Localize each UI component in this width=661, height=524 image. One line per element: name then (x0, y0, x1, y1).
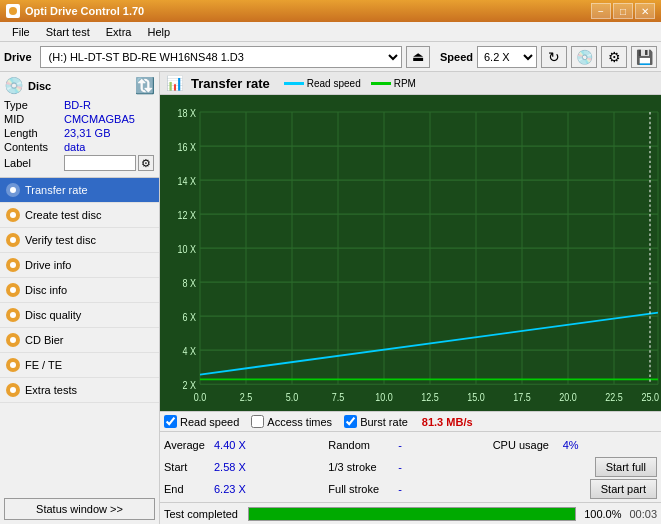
nav-icon-verify-test (6, 233, 20, 247)
disc-section: 💿 Disc 🔃 Type BD-R MID CMCMAGBA5 Length … (0, 72, 159, 178)
nav-disc-quality[interactable]: Disc quality (0, 303, 159, 328)
nav-icon-transfer-rate (6, 183, 20, 197)
status-bar: Test completed 100.0% 00:03 (160, 502, 661, 524)
chart-title-icon: 📊 (166, 75, 183, 91)
checkbox-access-times[interactable]: Access times (251, 415, 332, 428)
checkbox-access-times-input[interactable] (251, 415, 264, 428)
stat-1-3-stroke-val: - (398, 461, 428, 473)
svg-text:7.5: 7.5 (332, 391, 345, 403)
menu-file[interactable]: File (4, 24, 38, 40)
nav-create-test-disc[interactable]: Create test disc (0, 203, 159, 228)
start-part-button[interactable]: Start part (590, 479, 657, 499)
start-full-container: Start full (493, 457, 657, 477)
chart-svg: 18 X 16 X 14 X 12 X 10 X 8 X 6 X 4 X 2 X… (160, 95, 661, 411)
nav-items: Transfer rate Create test disc Verify te… (0, 178, 159, 494)
nav-transfer-rate[interactable]: Transfer rate (0, 178, 159, 203)
title-bar: Opti Drive Control 1.70 − □ ✕ (0, 0, 661, 22)
stat-average-key: Average (164, 439, 214, 451)
checkbox-burst-rate-label: Burst rate (360, 416, 408, 428)
nav-cd-bier[interactable]: CD Bier (0, 328, 159, 353)
stats-row-average: Average 4.40 X Random - CPU usage 4% (164, 434, 657, 456)
svg-point-5 (10, 287, 16, 293)
disc-type-row: Type BD-R (4, 99, 155, 111)
disc-type-key: Type (4, 99, 64, 111)
legend-rpm-label: RPM (394, 78, 416, 89)
stat-full-stroke-key: Full stroke (328, 483, 398, 495)
nav-label-transfer-rate: Transfer rate (25, 184, 88, 196)
disc-button[interactable]: 💿 (571, 46, 597, 68)
chart-container: 18 X 16 X 14 X 12 X 10 X 8 X 6 X 4 X 2 X… (160, 95, 661, 411)
disc-action-icon[interactable]: 🔃 (135, 76, 155, 95)
menu-start-test[interactable]: Start test (38, 24, 98, 40)
stat-1-3-stroke: 1/3 stroke - (328, 461, 492, 473)
checkbox-burst-rate[interactable]: Burst rate (344, 415, 408, 428)
legend-read-speed-color (284, 82, 304, 85)
nav-label-fe-te: FE / TE (25, 359, 62, 371)
settings-button[interactable]: ⚙ (601, 46, 627, 68)
stats-row-end: End 6.23 X Full stroke - Start part (164, 478, 657, 500)
minimize-button[interactable]: − (591, 3, 611, 19)
stat-end: End 6.23 X (164, 483, 328, 495)
close-button[interactable]: ✕ (635, 3, 655, 19)
menu-help[interactable]: Help (139, 24, 178, 40)
nav-icon-extra-tests (6, 383, 20, 397)
eject-button[interactable]: ⏏ (406, 46, 430, 68)
title-bar-controls: − □ ✕ (591, 3, 655, 19)
checkbox-read-speed[interactable]: Read speed (164, 415, 239, 428)
nav-fe-te[interactable]: FE / TE (0, 353, 159, 378)
stat-average: Average 4.40 X (164, 439, 328, 451)
nav-icon-disc-quality (6, 308, 20, 322)
stat-cpu-val: 4% (563, 439, 579, 451)
maximize-button[interactable]: □ (613, 3, 633, 19)
chart-title: Transfer rate (191, 76, 270, 91)
nav-icon-drive-info (6, 258, 20, 272)
nav-verify-test-disc[interactable]: Verify test disc (0, 228, 159, 253)
disc-label-input[interactable] (64, 155, 136, 171)
stat-end-key: End (164, 483, 214, 495)
checkbox-burst-rate-input[interactable] (344, 415, 357, 428)
status-window-button[interactable]: Status window >> (4, 498, 155, 520)
refresh-button[interactable]: ↻ (541, 46, 567, 68)
nav-label-drive-info: Drive info (25, 259, 71, 271)
svg-text:2.5: 2.5 (240, 391, 253, 403)
start-full-button[interactable]: Start full (595, 457, 657, 477)
progress-bar (248, 507, 576, 521)
legend-rpm: RPM (371, 78, 416, 89)
svg-text:8 X: 8 X (183, 277, 197, 289)
menu-extra[interactable]: Extra (98, 24, 140, 40)
time-text: 00:03 (629, 508, 657, 520)
svg-text:0.0: 0.0 (194, 391, 207, 403)
svg-text:17.5: 17.5 (513, 391, 531, 403)
stat-random-val: - (398, 439, 428, 451)
svg-point-1 (10, 187, 16, 193)
stat-random: Random - (328, 439, 492, 451)
nav-icon-fe-te (6, 358, 20, 372)
save-button[interactable]: 💾 (631, 46, 657, 68)
speed-select[interactable]: 6.2 X (477, 46, 537, 68)
svg-point-0 (9, 7, 17, 15)
svg-point-4 (10, 262, 16, 268)
legend-read-speed-label: Read speed (307, 78, 361, 89)
stat-full-stroke: Full stroke - (328, 483, 492, 495)
svg-point-6 (10, 312, 16, 318)
nav-extra-tests[interactable]: Extra tests (0, 378, 159, 403)
disc-length-row: Length 23,31 GB (4, 127, 155, 139)
checkbox-read-speed-input[interactable] (164, 415, 177, 428)
disc-contents-row: Contents data (4, 141, 155, 153)
drive-select[interactable]: (H:) HL-DT-ST BD-RE WH16NS48 1.D3 (40, 46, 402, 68)
disc-mid-key: MID (4, 113, 64, 125)
stat-cpu: CPU usage 4% (493, 439, 657, 451)
nav-disc-info[interactable]: Disc info (0, 278, 159, 303)
disc-type-val: BD-R (64, 99, 91, 111)
svg-text:6 X: 6 X (183, 311, 197, 323)
speed-label: Speed (440, 51, 473, 63)
disc-label-btn[interactable]: ⚙ (138, 155, 154, 171)
disc-mid-val: CMCMAGBA5 (64, 113, 135, 125)
svg-text:22.5: 22.5 (605, 391, 623, 403)
nav-drive-info[interactable]: Drive info (0, 253, 159, 278)
disc-length-key: Length (4, 127, 64, 139)
nav-label-extra-tests: Extra tests (25, 384, 77, 396)
disc-contents-val[interactable]: data (64, 141, 85, 153)
svg-text:10.0: 10.0 (375, 391, 393, 403)
svg-text:16 X: 16 X (178, 141, 197, 153)
